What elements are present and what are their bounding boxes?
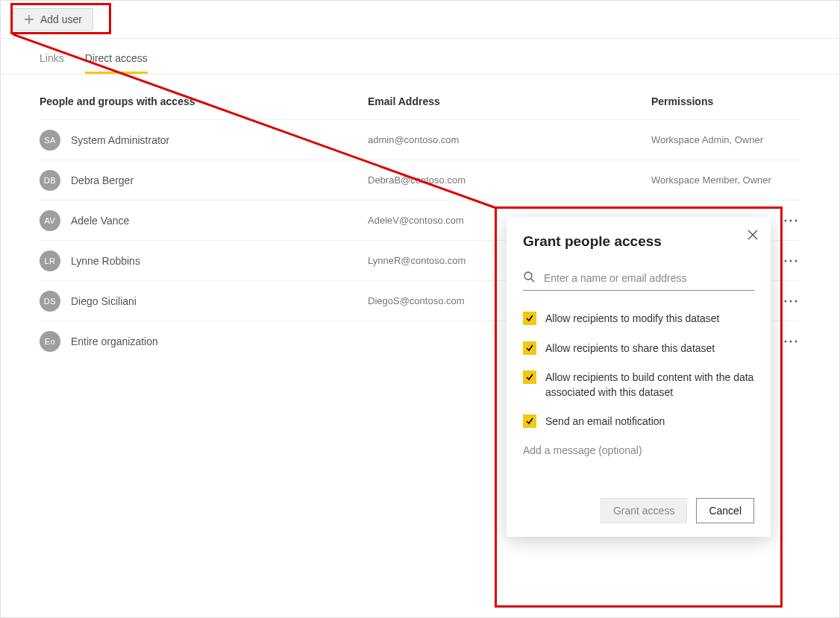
header-permissions: Permissions <box>651 95 800 107</box>
checkbox-email[interactable] <box>523 414 536 428</box>
user-name: Debra Berger <box>71 174 134 186</box>
dialog-title: Grant people access <box>523 233 754 250</box>
svg-point-3 <box>785 259 787 262</box>
svg-point-6 <box>785 300 787 302</box>
avatar: DS <box>40 291 60 312</box>
tab-direct-access[interactable]: Direct access <box>85 52 148 74</box>
cancel-button[interactable]: Cancel <box>696 498 754 523</box>
user-permission: Workspace Admin, Owner <box>651 134 763 145</box>
user-name: Adele Vance <box>71 215 129 227</box>
svg-point-0 <box>785 219 787 221</box>
user-name: Lynne Robbins <box>71 255 140 267</box>
svg-point-2 <box>795 219 797 221</box>
checkbox-build-label: Allow recipients to build content with t… <box>545 371 754 400</box>
checkbox-share[interactable] <box>523 341 536 355</box>
user-email: DebraB@contoso.com <box>368 174 651 186</box>
svg-point-8 <box>795 300 797 302</box>
header-email: Email Address <box>368 95 651 107</box>
search-icon <box>523 271 535 286</box>
avatar: LR <box>40 250 60 271</box>
user-name: Entire organization <box>71 335 158 347</box>
avatar: AV <box>40 210 60 231</box>
avatar: DB <box>40 170 60 191</box>
more-icon[interactable] <box>784 219 797 222</box>
add-user-button[interactable]: Add user <box>13 8 93 31</box>
svg-point-5 <box>795 259 797 262</box>
more-icon[interactable] <box>784 340 797 343</box>
avatar: Eo <box>40 331 60 352</box>
message-input[interactable]: Add a message (optional) <box>523 444 754 456</box>
table-row: DB Debra Berger DebraB@contoso.com Works… <box>40 160 800 200</box>
svg-point-12 <box>524 272 532 280</box>
checkbox-modify[interactable] <box>523 312 536 325</box>
grant-access-button[interactable]: Grant access <box>601 498 687 523</box>
add-user-label: Add user <box>40 13 82 25</box>
svg-point-9 <box>785 340 787 342</box>
tab-links[interactable]: Links <box>40 52 64 74</box>
user-email: admin@contoso.com <box>368 134 651 145</box>
user-permission: Workspace Member, Owner <box>651 174 771 186</box>
user-name: System Administrator <box>71 134 169 146</box>
avatar: SA <box>40 130 60 151</box>
grant-access-dialog: Grant people access Allow recipients to … <box>507 217 771 537</box>
user-name: Diego Siciliani <box>71 295 137 307</box>
checkbox-email-label: Send an email notification <box>545 414 665 429</box>
header-name: People and groups with access <box>40 95 368 107</box>
recipient-input[interactable] <box>542 271 754 285</box>
checkbox-build[interactable] <box>523 371 536 384</box>
svg-point-4 <box>790 259 792 262</box>
checkbox-share-label: Allow recipients to share this dataset <box>545 341 715 356</box>
svg-point-11 <box>795 340 797 342</box>
svg-point-10 <box>790 340 792 342</box>
more-icon[interactable] <box>784 300 797 303</box>
svg-point-7 <box>790 300 792 302</box>
checkbox-modify-label: Allow recipients to modify this dataset <box>545 312 719 327</box>
svg-point-1 <box>790 219 792 221</box>
table-row: SA System Administrator admin@contoso.co… <box>40 119 800 160</box>
plus-icon <box>24 14 34 25</box>
close-icon[interactable] <box>747 229 759 244</box>
more-icon[interactable] <box>784 259 797 262</box>
